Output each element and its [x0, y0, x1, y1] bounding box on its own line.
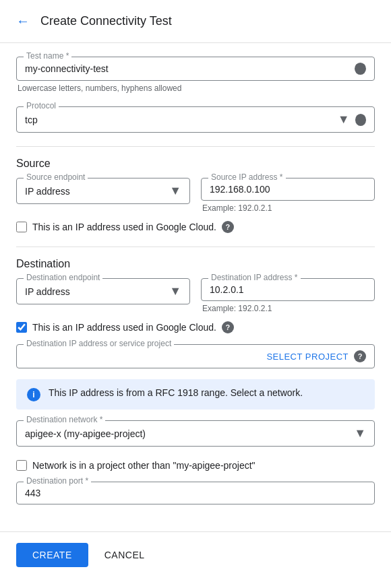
info-banner: i This IP address is from a RFC 1918 ran…	[16, 379, 375, 410]
protocol-help-icon[interactable]: ?	[355, 114, 367, 126]
destination-port-input[interactable]	[25, 488, 366, 498]
source-google-cloud-checkbox[interactable]	[16, 222, 27, 232]
footer-buttons: CREATE CANCEL	[0, 531, 391, 578]
service-project-label: Destination IP address or service projec…	[24, 339, 174, 348]
page-header: ← Create Connectivity Test	[0, 0, 391, 43]
source-endpoint-select[interactable]: IP address VM instance Cloud SQL instanc…	[25, 186, 169, 197]
protocol-select[interactable]: tcp udp icmp	[25, 115, 338, 125]
destination-divider	[16, 247, 375, 247]
other-project-checkbox[interactable]	[16, 460, 27, 471]
destination-endpoint-label: Destination endpoint	[24, 273, 102, 282]
destination-ip-group: Destination IP address * Example: 192.0.…	[201, 278, 375, 313]
source-endpoint-label: Source endpoint	[24, 172, 88, 182]
source-title: Source	[16, 158, 375, 170]
protocol-dropdown-arrow: ▼	[338, 112, 350, 127]
destination-section: Destination Destination endpoint IP addr…	[16, 258, 375, 504]
protocol-label: Protocol	[24, 101, 59, 110]
destination-endpoint-group: Destination endpoint IP address VM insta…	[16, 278, 190, 313]
destination-ip-field: Destination IP address *	[201, 278, 375, 301]
source-divider	[16, 146, 375, 147]
destination-google-cloud-label: This is an IP address used in Google Clo…	[32, 322, 216, 333]
source-fields-row: Source endpoint IP address VM instance C…	[16, 178, 375, 213]
page-title: Create Connectivity Test	[40, 14, 172, 28]
back-button[interactable]: ←	[13, 11, 32, 32]
source-ip-hint: Example: 192.0.2.1	[201, 203, 375, 213]
test-name-hint: Lowercase letters, numbers, hyphens allo…	[16, 84, 375, 93]
test-name-group: Test name * ? Lowercase letters, numbers…	[16, 57, 375, 93]
test-name-label: Test name *	[24, 51, 71, 61]
back-icon: ←	[16, 13, 30, 29]
create-button[interactable]: CREATE	[16, 543, 88, 567]
destination-ip-input[interactable]	[210, 284, 366, 295]
destination-google-cloud-checkbox-row: This is an IP address used in Google Clo…	[16, 321, 375, 333]
destination-port-group: Destination port *	[16, 482, 375, 504]
destination-fields-row: Destination endpoint IP address VM insta…	[16, 278, 375, 313]
destination-google-cloud-checkbox[interactable]	[16, 322, 27, 333]
destination-port-field: Destination port *	[16, 482, 375, 504]
source-ip-label: Source IP address *	[208, 172, 286, 182]
protocol-field: Protocol tcp udp icmp ▼ ?	[16, 106, 375, 133]
destination-endpoint-select[interactable]: IP address VM instance Cloud SQL instanc…	[25, 286, 169, 297]
source-ip-input[interactable]	[210, 184, 366, 195]
destination-network-group: Destination network * apigee-x (my-apige…	[16, 420, 375, 447]
source-section: Source Source endpoint IP address VM ins…	[16, 158, 375, 233]
destination-network-dropdown-arrow: ▼	[354, 426, 366, 440]
source-endpoint-field: Source endpoint IP address VM instance C…	[16, 178, 190, 204]
destination-network-label: Destination network *	[24, 415, 105, 424]
destination-endpoint-dropdown-arrow: ▼	[169, 284, 181, 298]
protocol-group: Protocol tcp udp icmp ▼ ?	[16, 106, 375, 133]
source-endpoint-dropdown-arrow: ▼	[169, 184, 181, 198]
source-google-cloud-checkbox-row: This is an IP address used in Google Clo…	[16, 221, 375, 233]
source-ip-group: Source IP address * Example: 192.0.2.1	[201, 178, 375, 213]
service-project-help-icon[interactable]: ?	[354, 350, 366, 362]
destination-title: Destination	[16, 258, 375, 270]
form-body: Test name * ? Lowercase letters, numbers…	[0, 43, 391, 531]
source-google-cloud-help-icon[interactable]: ?	[222, 221, 234, 233]
destination-endpoint-field: Destination endpoint IP address VM insta…	[16, 278, 190, 304]
test-name-field: Test name * ?	[16, 57, 375, 81]
test-name-input[interactable]	[25, 63, 349, 74]
destination-ip-label: Destination IP address *	[208, 273, 301, 282]
source-google-cloud-label: This is an IP address used in Google Clo…	[32, 222, 216, 232]
cancel-button[interactable]: CANCEL	[94, 543, 156, 567]
source-endpoint-group: Source endpoint IP address VM instance C…	[16, 178, 190, 213]
other-project-label: Network is in a project other than "my-a…	[32, 460, 255, 471]
destination-ip-hint: Example: 192.0.2.1	[201, 304, 375, 313]
destination-network-select[interactable]: apigee-x (my-apigee-project)	[25, 428, 354, 439]
info-text: This IP address is from a RFC 1918 range…	[49, 387, 303, 398]
destination-google-cloud-help-icon[interactable]: ?	[222, 321, 234, 333]
source-ip-field: Source IP address *	[201, 178, 375, 201]
select-project-button[interactable]: SELECT PROJECT	[266, 352, 349, 362]
other-project-checkbox-row: Network is in a project other than "my-a…	[16, 460, 375, 471]
destination-port-label: Destination port *	[24, 476, 91, 486]
info-icon: i	[27, 388, 40, 401]
destination-network-field: Destination network * apigee-x (my-apige…	[16, 420, 375, 447]
service-project-field: Destination IP address or service projec…	[16, 344, 375, 368]
test-name-help-icon[interactable]: ?	[355, 63, 366, 75]
